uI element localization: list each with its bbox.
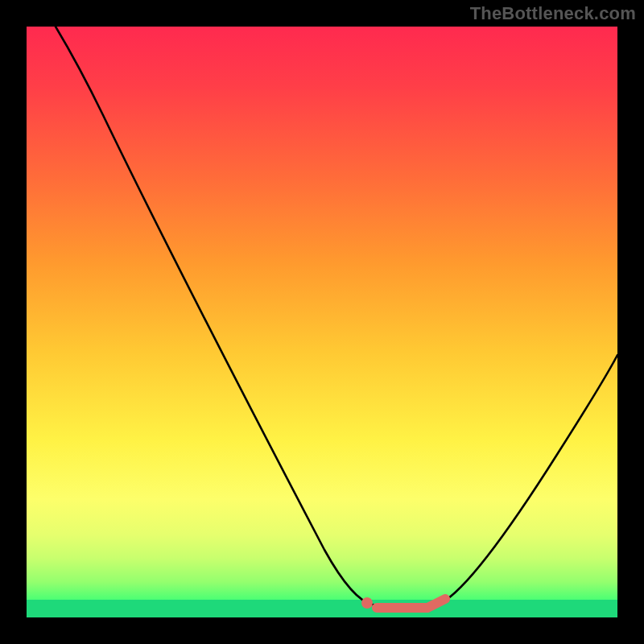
chart-overlay bbox=[27, 27, 617, 617]
chart-root: TheBottleneck.com bbox=[0, 0, 644, 644]
plot-area bbox=[27, 27, 617, 617]
optimal-start-dot bbox=[361, 597, 373, 609]
attribution-label: TheBottleneck.com bbox=[470, 3, 636, 24]
bottleneck-curve bbox=[56, 27, 617, 607]
optimal-range-stroke bbox=[377, 599, 445, 608]
